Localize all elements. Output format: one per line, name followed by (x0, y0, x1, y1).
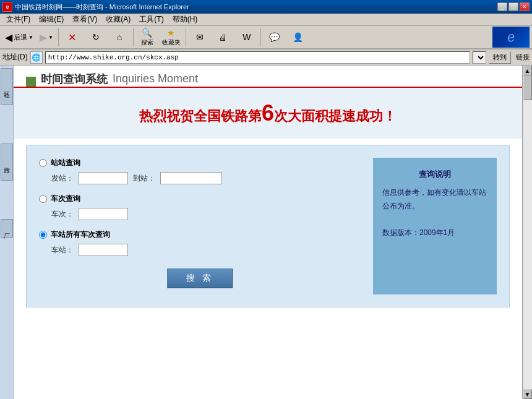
back-button[interactable]: ◀ 后退 ▼ (2, 30, 36, 45)
address-dropdown[interactable] (473, 51, 486, 64)
address-label: 地址(D) (2, 52, 28, 62)
forward-arrow-icon: ▶ (40, 32, 47, 43)
minimize-button[interactable]: _ (497, 2, 507, 11)
forward-button[interactable]: ▶ ▼ (37, 30, 56, 45)
page-icon: 🌐 (30, 51, 43, 64)
favorites-label: 收藏夹 (162, 38, 181, 47)
from-input[interactable] (79, 172, 128, 184)
radio-station-to-station[interactable] (39, 159, 47, 167)
banner-area: 热烈祝贺全国铁路第6次大面积提速成功！ (14, 88, 522, 139)
search-form-container: 站站查询 发站： 到站： 车次查询 车 (26, 145, 510, 307)
star-icon: ★ (165, 27, 178, 38)
to-label: 到站： (133, 173, 155, 184)
station-to-station-group: 站站查询 发站： 到站： (39, 158, 361, 184)
address-input[interactable] (45, 51, 470, 64)
banner-text-after: 次大面积提速成功！ (274, 108, 397, 124)
favorites-button[interactable]: ★ 收藏夹 (160, 26, 183, 48)
window-title: 中国铁路时刻网——时刻查询 - Microsoft Internet Explo… (15, 2, 189, 12)
ie-icon: e (2, 2, 12, 12)
menu-tools[interactable]: 工具(T) (135, 14, 167, 25)
print-button[interactable]: 🖨 (212, 30, 234, 44)
refresh-button[interactable]: ↻ (85, 30, 107, 44)
sidebar-item-social[interactable]: 社区 (1, 68, 13, 105)
ie-logo: e (492, 27, 530, 48)
info-box-content: 信息供参考，如有变化请以车站公布为准。 (382, 186, 487, 213)
page-title-en: Inquiries Moment (113, 72, 198, 87)
search-button[interactable]: 🔍 搜索 (136, 26, 158, 48)
page-title-cn: 时间查询系统 (41, 72, 108, 87)
go-button[interactable]: 转到 (489, 51, 511, 64)
station-label: 车站： (51, 245, 74, 255)
menu-edit[interactable]: 编辑(E) (35, 14, 67, 25)
mail-icon: ✉ (194, 32, 206, 43)
header-green-icon (26, 77, 36, 87)
train-label: 车次： (51, 209, 74, 220)
info-box-title: 查询说明 (382, 167, 487, 181)
maximize-button[interactable]: □ (508, 2, 518, 11)
discuss-button[interactable]: 💬 (264, 30, 286, 44)
menu-favorites[interactable]: 收藏(A) (102, 14, 134, 25)
station-to-station-label[interactable]: 站站查询 (39, 158, 361, 168)
address-bar: 地址(D) 🌐 转到 链接 (0, 49, 532, 66)
toolbar-separator-4 (260, 28, 261, 46)
train-number-group: 车次查询 车次： (39, 194, 361, 220)
form-fields: 站站查询 发站： 到站： 车次查询 车 (39, 158, 361, 294)
train-number-label[interactable]: 车次查询 (39, 194, 361, 204)
radio-all-trains[interactable] (39, 231, 47, 239)
all-trains-label[interactable]: 车站所有车次查询 (39, 230, 361, 240)
mail-button[interactable]: ✉ (189, 30, 211, 44)
printer-icon: 🖨 (217, 32, 230, 43)
back-dropdown-icon: ▼ (28, 35, 33, 40)
title-bar-left: e 中国铁路时刻网——时刻查询 - Microsoft Internet Exp… (2, 2, 189, 12)
page-content: 时间查询系统 Inquiries Moment 热烈祝贺全国铁路第6次大面积提速… (14, 66, 522, 399)
window-buttons: _ □ ✕ (497, 2, 530, 11)
links-label: 链接 (516, 53, 530, 62)
browser-content: 社区 旅游 厂 时间查询系统 Inquiries Moment 热烈祝贺全国铁路… (0, 66, 532, 399)
radio-train-number[interactable] (39, 195, 47, 203)
title-bar: e 中国铁路时刻网——时刻查询 - Microsoft Internet Exp… (0, 0, 532, 14)
back-arrow-icon: ◀ (5, 32, 12, 43)
search-icon: 🔍 (141, 27, 153, 38)
toolbar-separator-3 (186, 28, 186, 46)
toolbar-separator-1 (58, 28, 59, 46)
home-button[interactable]: ⌂ (108, 30, 131, 44)
refresh-icon: ↻ (90, 32, 102, 43)
search-submit-button[interactable]: 搜 索 (167, 268, 233, 288)
menu-help[interactable]: 帮助(H) (169, 14, 202, 25)
station-row: 车站： (51, 244, 361, 256)
left-sidebar: 社区 旅游 厂 (0, 66, 14, 399)
menu-file[interactable]: 文件(F) (2, 14, 34, 25)
info-box-version: 数据版本：2009年1月 (382, 226, 487, 240)
scroll-up-button[interactable]: ▲ (523, 66, 532, 75)
info-box: 查询说明 信息供参考，如有变化请以车站公布为准。 数据版本：2009年1月 (373, 158, 497, 294)
person-icon: 👤 (292, 32, 304, 43)
messenger-button[interactable]: 👤 (287, 30, 309, 44)
stop-icon: ✕ (66, 32, 79, 43)
toolbar: ◀ 后退 ▼ ▶ ▼ ✕ ↻ ⌂ 🔍 搜索 ★ 收藏夹 ✉ 🖨 W 💬 (0, 26, 532, 49)
scrollbar[interactable]: ▲ ▼ (522, 66, 532, 399)
home-icon: ⌂ (113, 32, 126, 43)
all-trains-text: 车站所有车次查询 (51, 230, 110, 240)
sidebar-item-factory[interactable]: 厂 (1, 219, 13, 238)
banner-text-before: 热烈祝贺全国铁路第 (139, 108, 262, 124)
forward-dropdown-icon: ▼ (48, 35, 53, 40)
banner-text: 热烈祝贺全国铁路第6次大面积提速成功！ (26, 100, 510, 126)
scroll-down-button[interactable]: ▼ (523, 389, 532, 399)
search-label: 搜索 (141, 38, 153, 47)
sidebar-item-travel[interactable]: 旅游 (1, 144, 13, 181)
close-button[interactable]: ✕ (520, 2, 530, 11)
to-input[interactable] (160, 172, 222, 184)
scroll-thumb[interactable] (523, 75, 532, 100)
discuss-icon: 💬 (268, 32, 281, 43)
toolbar-separator-2 (133, 28, 134, 46)
from-to-row: 发站： 到站： (51, 172, 361, 184)
menu-view[interactable]: 查看(V) (69, 14, 101, 25)
train-input[interactable] (79, 208, 128, 220)
station-to-station-text: 站站查询 (51, 158, 80, 168)
train-row: 车次： (51, 208, 361, 220)
from-label: 发站： (51, 173, 74, 184)
station-input[interactable] (79, 244, 128, 256)
back-label: 后退 (14, 33, 27, 42)
edit-button[interactable]: W (236, 30, 258, 44)
stop-button[interactable]: ✕ (61, 30, 84, 44)
